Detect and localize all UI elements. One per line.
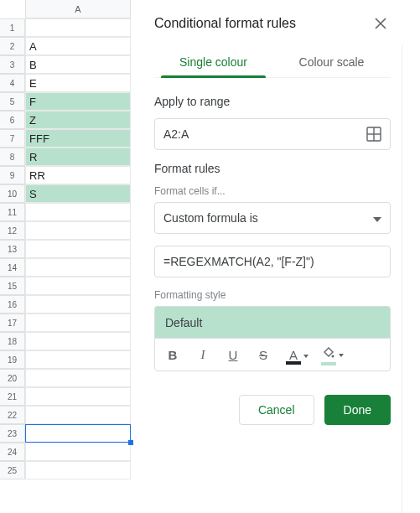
spreadsheet-grid: A 12A3B4E5F6Z7FFF8R9RR10S111213141516171… <box>0 0 143 513</box>
condition-value: Custom formula is <box>163 211 258 225</box>
cell[interactable] <box>25 295 131 314</box>
row-header[interactable]: 12 <box>0 221 25 240</box>
cell[interactable]: FFF <box>25 129 131 148</box>
cell[interactable] <box>25 406 131 424</box>
format-cells-if-label: Format cells if... <box>154 185 391 197</box>
row-header[interactable]: 16 <box>0 295 25 314</box>
cell[interactable]: R <box>25 148 131 166</box>
cell[interactable] <box>25 258 131 277</box>
range-value: A2:A <box>163 127 189 141</box>
adjacent-column-sliver <box>402 45 420 513</box>
done-button[interactable]: Done <box>324 395 391 425</box>
cell[interactable] <box>25 332 131 350</box>
row-header[interactable]: 6 <box>0 111 25 129</box>
row-header[interactable]: 19 <box>0 350 25 369</box>
row-header[interactable]: 2 <box>0 37 25 55</box>
select-range-icon[interactable] <box>366 127 381 142</box>
cell[interactable] <box>25 314 131 332</box>
apply-range-label: Apply to range <box>154 95 391 108</box>
fill-color-button[interactable] <box>319 347 338 363</box>
style-name: Default <box>165 316 202 329</box>
cell[interactable]: E <box>25 74 131 92</box>
row-header[interactable]: 10 <box>0 184 25 203</box>
row-header[interactable]: 23 <box>0 424 25 443</box>
row-header[interactable]: 4 <box>0 74 25 92</box>
cell[interactable]: B <box>25 55 131 74</box>
row-header[interactable]: 9 <box>0 166 25 184</box>
cell[interactable] <box>25 350 131 369</box>
cell[interactable] <box>25 277 131 295</box>
cell[interactable] <box>25 369 131 387</box>
condition-dropdown[interactable]: Custom formula is <box>154 202 391 234</box>
cell[interactable] <box>25 387 131 406</box>
row-header[interactable]: 14 <box>0 258 25 277</box>
row-header[interactable]: 13 <box>0 240 25 258</box>
italic-button[interactable]: I <box>194 348 212 362</box>
cell[interactable] <box>25 461 131 479</box>
cell[interactable] <box>25 18 131 37</box>
row-header[interactable]: 24 <box>0 443 25 461</box>
row-header[interactable]: 21 <box>0 387 25 406</box>
row-header[interactable]: 22 <box>0 406 25 424</box>
cell[interactable] <box>25 203 131 221</box>
text-color-button[interactable]: A <box>284 348 303 362</box>
row-header[interactable]: 5 <box>0 92 25 111</box>
cell[interactable]: Z <box>25 111 131 129</box>
cell[interactable] <box>25 240 131 258</box>
cell[interactable]: F <box>25 92 131 111</box>
format-rules-label: Format rules <box>154 162 391 175</box>
cell[interactable] <box>25 443 131 461</box>
format-toolbar: B I U S A <box>154 338 391 371</box>
cell[interactable] <box>25 221 131 240</box>
row-header[interactable]: 11 <box>0 203 25 221</box>
selection-handle[interactable] <box>128 440 133 445</box>
bold-button[interactable]: B <box>163 348 182 362</box>
panel-title: Conditional format rules <box>154 16 296 31</box>
row-header[interactable]: 20 <box>0 369 25 387</box>
close-icon[interactable] <box>371 13 391 34</box>
formula-input[interactable]: =REGEXMATCH(A2, "[F-Z]") <box>154 246 391 277</box>
format-tabs: Single colour Colour scale <box>154 47 391 78</box>
row-header[interactable]: 1 <box>0 18 25 37</box>
cell[interactable] <box>25 424 131 443</box>
cell[interactable]: RR <box>25 166 131 184</box>
range-input[interactable]: A2:A <box>154 118 391 150</box>
row-header[interactable]: 18 <box>0 332 25 350</box>
tab-single-colour[interactable]: Single colour <box>154 47 272 77</box>
row-header[interactable]: 15 <box>0 277 25 295</box>
strikethrough-button[interactable]: S <box>254 348 272 362</box>
style-preview[interactable]: Default <box>154 306 391 338</box>
row-header[interactable]: 17 <box>0 314 25 332</box>
row-header[interactable]: 7 <box>0 129 25 148</box>
chevron-down-icon <box>373 211 381 225</box>
formatting-style-label: Formatting style <box>154 289 391 301</box>
underline-button[interactable]: U <box>224 348 242 362</box>
tab-colour-scale[interactable]: Colour scale <box>272 47 391 77</box>
conditional-format-panel: Conditional format rules Single colour C… <box>143 0 402 513</box>
cell[interactable]: S <box>25 184 131 203</box>
column-header-A[interactable]: A <box>25 0 131 18</box>
svg-point-3 <box>332 355 334 357</box>
row-header[interactable]: 8 <box>0 148 25 166</box>
row-header[interactable]: 25 <box>0 461 25 479</box>
cancel-button[interactable]: Cancel <box>239 395 314 425</box>
cell[interactable]: A <box>25 37 131 55</box>
row-header[interactable]: 3 <box>0 55 25 74</box>
formula-value: =REGEXMATCH(A2, "[F-Z]") <box>163 255 314 268</box>
